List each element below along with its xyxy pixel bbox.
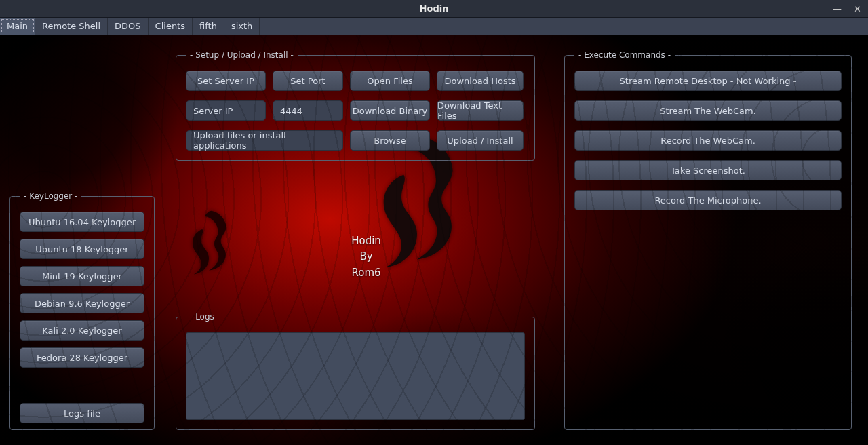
logs-textarea[interactable] xyxy=(186,332,525,420)
close-icon[interactable]: ✕ xyxy=(851,4,864,14)
setup-legend: - Setup / Upload / Install - xyxy=(186,50,298,60)
keylogger-ubuntu-1604-button[interactable]: Ubuntu 16.04 Keylogger xyxy=(20,212,144,232)
credit-text: Hodin By Rom6 xyxy=(326,233,407,281)
setup-group: - Setup / Upload / Install - Set Server … xyxy=(176,50,535,161)
take-screenshot-button[interactable]: Take Screenshot. xyxy=(574,160,842,180)
keylogger-mint-19-button[interactable]: Mint 19 Keylogger xyxy=(20,266,144,286)
download-binary-button[interactable]: Download Binary xyxy=(350,100,430,121)
window-titlebar: Hodin — ✕ xyxy=(0,0,868,18)
keylogger-debian-96-button[interactable]: Debian 9.6 Keylogger xyxy=(20,293,144,313)
open-files-button[interactable]: Open Files xyxy=(350,71,430,91)
keylogger-legend: - KeyLogger - xyxy=(20,191,81,201)
set-port-button[interactable]: Set Port xyxy=(273,71,343,91)
tab-fifth[interactable]: fifth xyxy=(193,18,224,35)
tab-clients[interactable]: Clients xyxy=(149,18,193,35)
record-microphone-button[interactable]: Record The Microphone. xyxy=(574,190,842,210)
keylogger-ubuntu-18-button[interactable]: Ubuntu 18 Keylogger xyxy=(20,239,144,259)
upload-install-button[interactable]: Upload / Install xyxy=(437,130,524,151)
port-input[interactable]: 4444 xyxy=(273,100,343,121)
download-hosts-button[interactable]: Download Hosts xyxy=(437,71,524,91)
download-text-files-button[interactable]: Download Text Files xyxy=(437,100,524,121)
credit-line3: Rom6 xyxy=(326,265,407,281)
execute-legend: - Execute Commands - xyxy=(574,50,675,60)
execute-commands-group: - Execute Commands - Stream Remote Deskt… xyxy=(564,50,852,430)
main-view: - Setup / Upload / Install - Set Server … xyxy=(0,35,868,445)
set-server-ip-button[interactable]: Set Server IP xyxy=(186,71,266,91)
stream-webcam-button[interactable]: Stream The WebCam. xyxy=(574,100,842,121)
keylogger-group: - KeyLogger - Ubuntu 16.04 Keylogger Ubu… xyxy=(9,191,155,430)
tab-bar: Main Remote Shell DDOS Clients fifth six… xyxy=(0,18,868,35)
credit-line1: Hodin xyxy=(326,233,407,249)
minimize-icon[interactable]: — xyxy=(830,4,844,14)
credit-line2: By xyxy=(326,249,407,265)
tab-ddos[interactable]: DDOS xyxy=(108,18,149,35)
logs-legend: - Logs - xyxy=(186,312,224,322)
dragon-art-small-icon xyxy=(182,205,236,286)
window-title: Hodin xyxy=(420,3,449,14)
logs-file-button[interactable]: Logs file xyxy=(20,403,144,423)
tab-main[interactable]: Main xyxy=(0,18,35,35)
server-ip-input[interactable]: Server IP xyxy=(186,100,266,121)
keylogger-kali-20-button[interactable]: Kali 2.0 Keylogger xyxy=(20,320,144,341)
logs-group: - Logs - xyxy=(176,312,535,430)
browse-button[interactable]: Browse xyxy=(350,130,430,151)
keylogger-fedora-28-button[interactable]: Fedora 28 Keylogger xyxy=(20,347,144,368)
tab-sixth[interactable]: sixth xyxy=(224,18,260,35)
tab-remote-shell[interactable]: Remote Shell xyxy=(35,18,108,35)
record-webcam-button[interactable]: Record The WebCam. xyxy=(574,130,842,151)
stream-remote-desktop-button[interactable]: Stream Remote Desktop - Not Working - xyxy=(574,71,842,91)
upload-path-input[interactable]: Upload files or install applications xyxy=(186,130,343,151)
